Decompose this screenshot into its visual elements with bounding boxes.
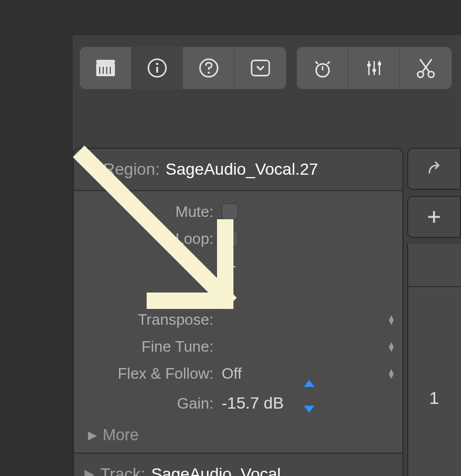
svg-line-25 xyxy=(420,59,429,72)
track-header-value[interactable]: SageAudio_Vocal xyxy=(151,465,281,476)
scissors-icon xyxy=(415,57,436,79)
more-label: More xyxy=(103,426,139,444)
track-list-strip: 1 xyxy=(407,148,461,244)
add-track-button[interactable] xyxy=(407,196,461,238)
finetune-stepper[interactable]: ▲▼ xyxy=(387,342,395,351)
mixer-sliders-icon xyxy=(364,57,385,79)
track-number-column xyxy=(407,244,461,476)
svg-line-14 xyxy=(316,62,318,64)
svg-point-21 xyxy=(378,62,381,66)
track-disclosure-icon: ▶ xyxy=(84,467,94,476)
svg-rect-11 xyxy=(252,60,269,76)
plus-icon xyxy=(426,209,442,225)
track-list-header-spacer xyxy=(408,244,461,287)
catch-playhead-icon xyxy=(425,159,443,178)
region-header-label: Region: xyxy=(103,160,160,179)
transpose-row: Transpose: ▲▼ xyxy=(74,306,402,333)
gain-label: Gain: xyxy=(74,395,218,413)
svg-point-7 xyxy=(156,63,158,65)
toolbar-group-right xyxy=(297,47,452,89)
region-header-value[interactable]: SageAudio_Vocal.27 xyxy=(165,160,318,179)
track-header-label: Track: xyxy=(100,465,145,476)
toolbar-toggle-button[interactable] xyxy=(235,47,286,89)
catch-playhead-button[interactable] xyxy=(407,148,461,190)
region-body: Mute: Loop: - - - Transpose: ▲▼ xyxy=(74,191,402,454)
loop-label: Loop: xyxy=(74,230,218,248)
more-disclosure-icon: ▶ xyxy=(88,428,97,442)
svg-line-24 xyxy=(422,59,432,72)
transpose-stepper[interactable]: ▲▼ xyxy=(387,315,395,324)
more-row[interactable]: ▶ More xyxy=(74,420,402,450)
mixer-button[interactable] xyxy=(348,47,400,89)
placeholder-value-2: - xyxy=(218,284,402,302)
finetune-row: Fine Tune: ▲▼ xyxy=(74,333,402,360)
loop-checkbox[interactable] xyxy=(222,230,238,247)
info-icon xyxy=(146,57,168,79)
flex-label: Flex & Follow: xyxy=(74,365,218,383)
chevron-box-icon xyxy=(250,59,271,77)
region-header[interactable]: ▼ Region: SageAudio_Vocal.27 xyxy=(74,149,402,191)
svg-point-10 xyxy=(208,72,210,74)
gain-increment-icon[interactable] xyxy=(304,380,314,387)
main-toolbar xyxy=(73,35,461,103)
flex-stepper[interactable]: ▲▼ xyxy=(387,369,395,378)
region-disclosure-icon: ▼ xyxy=(84,162,97,177)
svg-rect-0 xyxy=(96,63,115,76)
svg-rect-1 xyxy=(96,60,115,63)
toolbar-group-left xyxy=(80,47,286,89)
svg-point-22 xyxy=(418,72,423,77)
placeholder-value-1: - - xyxy=(218,257,402,275)
svg-point-19 xyxy=(372,69,376,72)
gain-decrement-icon[interactable] xyxy=(304,406,314,413)
smart-tempo-button[interactable] xyxy=(297,47,348,89)
library-icon xyxy=(95,59,116,77)
gain-stepper[interactable] xyxy=(304,380,314,413)
editors-button[interactable] xyxy=(400,47,452,89)
transpose-label: Transpose: xyxy=(74,311,218,329)
library-button[interactable] xyxy=(80,47,131,89)
smart-tempo-icon xyxy=(311,57,334,79)
track-header[interactable]: ▶ Track: SageAudio_Vocal xyxy=(74,454,402,476)
mute-checkbox[interactable] xyxy=(222,203,238,220)
svg-point-23 xyxy=(428,72,434,77)
gain-row: Gain: -15.7 dB xyxy=(74,387,402,420)
finetune-label: Fine Tune: xyxy=(74,338,218,356)
mute-label: Mute: xyxy=(74,203,218,221)
help-button[interactable] xyxy=(183,47,235,89)
loop-row: Loop: xyxy=(74,225,402,252)
placeholder-row-1: - - xyxy=(74,252,402,279)
mute-row: Mute: xyxy=(74,198,402,225)
svg-line-15 xyxy=(327,62,330,64)
inspector-button[interactable] xyxy=(131,47,183,89)
inspector-panel: ▼ Region: SageAudio_Vocal.27 Mute: Loop:… xyxy=(73,148,404,476)
placeholder-row-2: - xyxy=(74,279,402,306)
svg-point-17 xyxy=(367,63,371,67)
flex-row: Flex & Follow: Off ▲▼ xyxy=(74,360,402,387)
help-icon xyxy=(198,57,220,79)
track-number[interactable]: 1 xyxy=(407,388,461,408)
